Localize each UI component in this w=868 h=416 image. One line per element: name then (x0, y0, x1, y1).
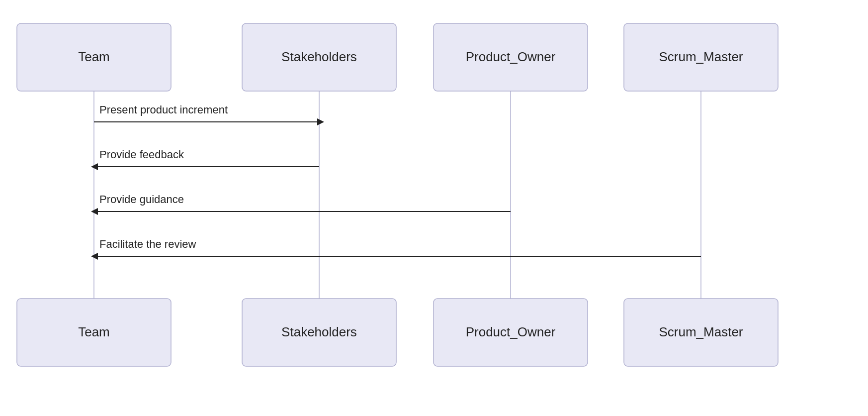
actor-label-product-owner-top: Product_Owner (466, 49, 556, 64)
msg4-label: Facilitate the review (99, 238, 196, 250)
actor-label-stakeholders-top: Stakeholders (281, 49, 357, 64)
actor-label-team-top: Team (78, 49, 110, 64)
msg1-label: Present product increment (99, 104, 228, 116)
msg2-arrowhead (91, 163, 98, 170)
msg4-arrowhead (91, 253, 98, 260)
actor-label-product-owner-bottom: Product_Owner (466, 324, 556, 339)
sequence-diagram: Present product increment Provide feedba… (0, 0, 868, 416)
msg3-arrowhead (91, 208, 98, 215)
msg3-label: Provide guidance (99, 193, 184, 206)
msg2-label: Provide feedback (99, 148, 184, 161)
actor-label-stakeholders-bottom: Stakeholders (281, 324, 357, 339)
actor-label-team-bottom: Team (78, 324, 110, 339)
actor-label-scrum-master-top: Scrum_Master (659, 49, 743, 64)
actor-label-scrum-master-bottom: Scrum_Master (659, 324, 743, 339)
diagram-svg: Present product increment Provide feedba… (0, 0, 868, 416)
msg1-arrowhead (317, 118, 324, 125)
